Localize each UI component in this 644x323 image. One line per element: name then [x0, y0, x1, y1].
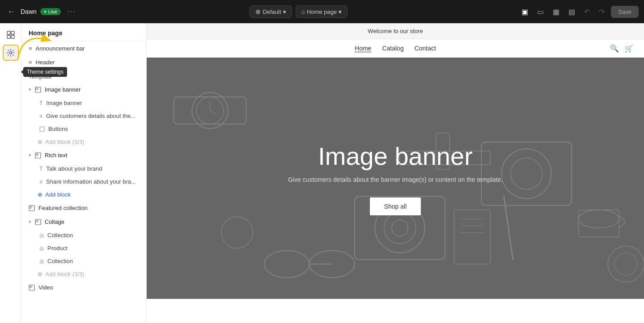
svg-point-29: [264, 251, 309, 278]
talk-brand-label: Talk about your brand: [46, 165, 102, 172]
header-label: Header: [36, 59, 55, 66]
sidebar-item-image-banner-heading[interactable]: T Image banner: [21, 96, 146, 109]
svg-rect-11: [30, 206, 32, 208]
announcement-bar-label: Announcement bar: [36, 45, 85, 52]
search-icon-button[interactable]: 🔍: [610, 44, 619, 53]
svg-rect-39: [578, 210, 619, 237]
nav-link-contact[interactable]: Contact: [415, 45, 436, 52]
sidebar-icons: Theme settings: [0, 23, 21, 323]
svg-rect-1: [11, 31, 14, 34]
image-banner-heading-icon: T: [39, 100, 42, 106]
mobile-view-button[interactable]: ▦: [550, 6, 562, 18]
collage-collection-2-icon: ◎: [39, 258, 44, 264]
sidebar-item-share-info[interactable]: ≡ Share information about your bra...: [21, 175, 146, 188]
image-banner-icon: [35, 87, 41, 93]
collage-icon: [35, 219, 41, 225]
sidebar-item-collage-product[interactable]: ◎ Product: [21, 242, 146, 255]
topbar-left: ← Dawn Live ···: [5, 5, 78, 18]
live-badge: Live: [40, 8, 61, 15]
rich-text-chevron: ▾: [29, 152, 31, 158]
sidebar-item-collage-collection-2[interactable]: ◎ Collection: [21, 255, 146, 268]
more-button[interactable]: ···: [64, 6, 78, 17]
sidebar-item-video[interactable]: Video: [21, 281, 146, 294]
image-banner-heading-label: Image banner: [46, 100, 82, 106]
gear-icon: [7, 49, 15, 57]
banner-subtitle: Give customers details about the banner …: [288, 176, 503, 183]
banner-cta-button[interactable]: Shop all: [370, 197, 421, 215]
collage-collection-1-label: Collection: [47, 232, 73, 239]
rich-text-add-block-label: Add block: [45, 191, 71, 198]
cart-icon-button[interactable]: 🛒: [624, 44, 633, 53]
sidebar-item-talk-about-brand[interactable]: T Talk about your brand: [21, 162, 146, 175]
featured-collection-icon: [29, 205, 35, 211]
responsive-view-button[interactable]: ▤: [566, 6, 578, 18]
image-banner-text-icon: ≡: [39, 113, 42, 119]
grid-icon: [7, 31, 15, 39]
svg-rect-13: [36, 220, 38, 222]
rich-text-label: Rich text: [45, 152, 68, 159]
sidebar-item-featured-collection[interactable]: Featured collection: [21, 201, 146, 215]
store-nav: Home Catalog Contact 🔍 🛒: [147, 39, 644, 58]
share-info-icon: ≡: [39, 179, 42, 185]
sections-icon-button[interactable]: [3, 27, 19, 43]
image-banner-buttons-icon: [39, 126, 45, 132]
svg-point-38: [578, 210, 619, 228]
nav-link-catalog[interactable]: Catalog: [382, 45, 403, 52]
live-label: Live: [48, 9, 57, 14]
image-banner-preview: Image banner Give customers details abou…: [147, 58, 644, 299]
video-icon: [29, 285, 35, 291]
sidebar-item-collage-collection-1[interactable]: ◎ Collection: [21, 229, 146, 242]
rich-text-add-block[interactable]: ⊕ Add block: [21, 188, 146, 201]
image-banner-text-label: Give customers details about the...: [46, 113, 136, 119]
svg-rect-3: [11, 35, 14, 38]
redo-button[interactable]: ↷: [596, 6, 607, 18]
tablet-view-button[interactable]: ▭: [534, 6, 547, 18]
sidebar-group-image-banner[interactable]: ▾ Image banner: [21, 83, 146, 96]
panel-title: Home page: [29, 29, 62, 37]
page-label: Home page: [307, 8, 337, 15]
image-banner-label: Image banner: [45, 86, 80, 93]
nav-icons: 🔍 🛒: [610, 44, 633, 53]
share-info-label: Share information about your bra...: [46, 178, 136, 185]
preview-inner: Welcome to our store Home Catalog Contac…: [147, 23, 644, 323]
sidebar-item-image-banner-text[interactable]: ≡ Give customers details about the...: [21, 109, 146, 122]
desktop-view-button[interactable]: ▣: [519, 6, 531, 18]
nav-link-home[interactable]: Home: [355, 45, 371, 52]
svg-point-27: [511, 158, 542, 190]
svg-point-40: [608, 246, 644, 282]
back-button[interactable]: ←: [5, 5, 17, 18]
svg-point-4: [9, 52, 12, 54]
svg-point-24: [392, 220, 408, 236]
topbar-right: ▣ ▭ ▦ ▤ ↶ ↷ Save: [519, 6, 639, 18]
rich-text-add-block-plus: ⊕: [38, 191, 42, 198]
rich-text-icon: [35, 152, 41, 159]
banner-content: Image banner Give customers details abou…: [288, 142, 503, 215]
theme-settings-icon-button[interactable]: [3, 45, 19, 61]
svg-rect-0: [7, 31, 10, 34]
sidebar-group-collage[interactable]: ▾ Collage: [21, 215, 146, 229]
page-chevron: ▾: [339, 8, 342, 15]
image-banner-add-block-label: Add block (3/3): [45, 138, 84, 145]
sidebar-item-header[interactable]: ≡ Header: [21, 55, 146, 69]
page-selector[interactable]: ⌂ Home page ▾: [296, 5, 348, 18]
collage-add-block: ⊕ Add block (3/3): [21, 268, 146, 281]
collage-label: Collage: [45, 218, 64, 225]
collage-collection-1-icon: ◎: [39, 232, 44, 239]
announcement-text: Welcome to our store: [368, 28, 423, 34]
svg-rect-15: [30, 286, 32, 288]
svg-point-32: [221, 217, 253, 248]
preset-selector[interactable]: ⊕ Default ▾: [250, 5, 292, 18]
add-block-plus: ⊕: [38, 138, 42, 145]
topbar: ← Dawn Live ··· ⊕ Default ▾ ⌂ Home page …: [0, 0, 644, 23]
featured-collection-label: Featured collection: [38, 205, 88, 211]
image-banner-buttons-label: Buttons: [48, 126, 68, 132]
svg-point-26: [502, 149, 551, 198]
template-label: Template: [21, 69, 146, 83]
save-button[interactable]: Save: [611, 6, 639, 18]
svg-rect-7: [40, 127, 44, 131]
undo-button[interactable]: ↶: [581, 6, 593, 18]
sidebar-group-rich-text[interactable]: ▾ Rich text: [21, 148, 146, 162]
svg-line-20: [210, 110, 217, 115]
sidebar-item-image-banner-buttons[interactable]: Buttons: [21, 122, 146, 135]
sidebar-item-announcement-bar[interactable]: ≡ Announcement bar: [21, 42, 146, 55]
